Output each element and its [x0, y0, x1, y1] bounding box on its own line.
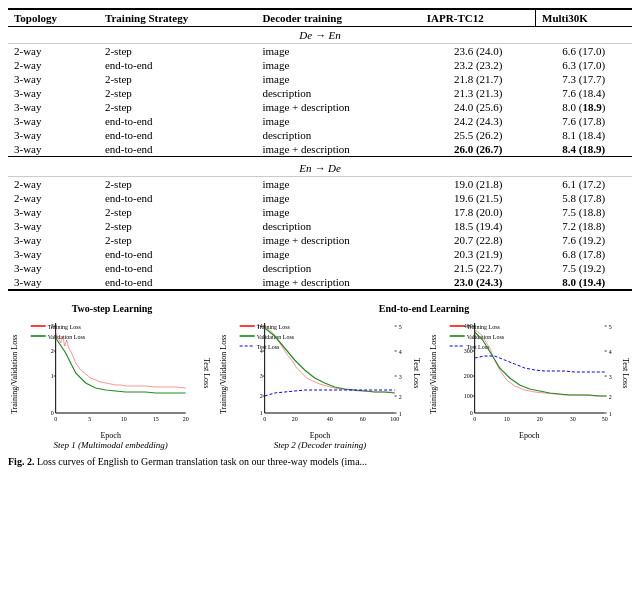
chart2-svg-area: Training Loss Validation Loss Test Loss …: [230, 318, 409, 430]
svg-text:1: 1: [608, 411, 611, 417]
svg-text:200: 200: [463, 373, 472, 379]
chart3-svg-area: Training Loss Validation Loss Test Loss …: [440, 318, 619, 430]
chart1-y-label: Training/Validation Loss: [8, 318, 21, 430]
table-row: 2-way end-to-end image 23.2 (23.2) 6.3 (…: [8, 58, 632, 72]
table-row: 3-way end-to-end image + description 26.…: [8, 142, 632, 157]
table-row: 2-way 2-step image 19.0 (21.8) 6.1 (17.2…: [8, 176, 632, 191]
svg-text:100: 100: [463, 393, 472, 399]
chart1-svg-area: Training Loss Validation Loss 3 2 1: [21, 318, 200, 430]
svg-text:4: 4: [608, 349, 611, 355]
chart3-y-label: Training/Validation Loss: [427, 318, 440, 430]
fig-label: Fig. 2.: [8, 456, 34, 467]
svg-text:2: 2: [51, 348, 54, 354]
svg-text:0: 0: [54, 416, 57, 422]
results-table: Topology Training Strategy Decoder train…: [8, 8, 632, 291]
chart2: Training/Validation Loss Training Loss V…: [217, 318, 422, 450]
table-row table-bottom-border: 3-way end-to-end image + description 23.…: [8, 275, 632, 290]
table-row: 3-way 2-step image + description 20.7 (2…: [8, 233, 632, 247]
svg-text:20: 20: [536, 416, 542, 422]
svg-text:3: 3: [51, 323, 54, 329]
svg-text:Validation Loss: Validation Loss: [466, 334, 504, 340]
svg-text:14: 14: [257, 323, 263, 329]
svg-text:50: 50: [601, 416, 607, 422]
two-step-title: Two-step Learning: [72, 303, 153, 314]
svg-text:5: 5: [88, 416, 91, 422]
chart2-sub-label: Step 2 (Decoder training): [274, 440, 367, 450]
svg-text:2: 2: [608, 394, 611, 400]
svg-text:1: 1: [51, 373, 54, 379]
section1-header: De → En: [8, 27, 632, 44]
end-to-end-title: End-to-end Learning: [379, 303, 469, 314]
chart1: Training/Validation Loss Training Loss V…: [8, 318, 213, 450]
chart3-svg: Training Loss Validation Loss Test Loss …: [440, 318, 619, 428]
svg-text:100: 100: [390, 416, 399, 422]
chart1-sub-label: Step 1 (Multimodal embedding): [54, 440, 168, 450]
svg-text:40: 40: [327, 416, 333, 422]
table-row: 3-way end-to-end image 24.2 (24.3) 7.6 (…: [8, 114, 632, 128]
table-row: 3-way 2-step description 18.5 (19.4) 7.2…: [8, 219, 632, 233]
chart2-y-label: Training/Validation Loss: [217, 318, 230, 430]
svg-text:3: 3: [608, 374, 611, 380]
svg-text:2: 2: [399, 394, 402, 400]
svg-text:0: 0: [473, 416, 476, 422]
svg-text:20: 20: [292, 416, 298, 422]
svg-text:60: 60: [360, 416, 366, 422]
svg-text:20: 20: [183, 416, 189, 422]
svg-text:0: 0: [263, 416, 266, 422]
col-multi30k: Multi30K: [536, 9, 633, 27]
svg-text:10: 10: [121, 416, 127, 422]
svg-text:5: 5: [608, 324, 611, 330]
svg-text:5: 5: [399, 324, 402, 330]
svg-text:10: 10: [503, 416, 509, 422]
svg-text:300: 300: [463, 348, 472, 354]
chart1-svg: Training Loss Validation Loss 3 2 1: [21, 318, 200, 428]
svg-text:4: 4: [260, 348, 263, 354]
col-training-strategy: Training Strategy: [99, 9, 256, 27]
table-row: 3-way 2-step image 17.8 (20.0) 7.5 (18.8…: [8, 205, 632, 219]
chart3-y-label-right: Test Loss: [619, 318, 632, 430]
svg-text:2: 2: [260, 393, 263, 399]
charts-row: Training/Validation Loss Training Loss V…: [8, 318, 632, 450]
table-row: 2-way 2-step image 23.6 (24.0) 6.6 (17.0…: [8, 44, 632, 59]
chart2-y-label-right: Test Loss: [410, 318, 423, 430]
chart1-y-label-right: Test Loss: [200, 318, 213, 430]
table-row: 2-way end-to-end image 19.6 (21.5) 5.8 (…: [8, 191, 632, 205]
table-row: 3-way end-to-end image 20.3 (21.9) 6.8 (…: [8, 247, 632, 261]
chart3: Training/Validation Loss Training Loss V…: [427, 318, 632, 450]
section2-header: En → De: [8, 160, 632, 177]
col-decoder-training: Decoder training: [256, 9, 420, 27]
svg-text:4: 4: [399, 349, 402, 355]
chart2-x-label: Epoch: [310, 431, 330, 440]
chart2-svg: Training Loss Validation Loss Test Loss …: [230, 318, 409, 428]
chart3-x-label: Epoch: [519, 431, 539, 440]
table-row: 3-way 2-step image 21.8 (21.7) 7.3 (17.7…: [8, 72, 632, 86]
svg-text:400: 400: [463, 323, 472, 329]
svg-text:15: 15: [153, 416, 159, 422]
caption-text: Loss curves of English to German transla…: [37, 456, 367, 467]
col-topology: Topology: [8, 9, 99, 27]
svg-text:30: 30: [569, 416, 575, 422]
table-row: 3-way 2-step image + description 24.0 (2…: [8, 100, 632, 114]
col-iapr: IAPR-TC12: [421, 9, 536, 27]
table-row: 3-way end-to-end description 21.5 (22.7)…: [8, 261, 632, 275]
svg-text:3: 3: [260, 373, 263, 379]
figure-caption: Fig. 2. Loss curves of English to German…: [8, 456, 632, 467]
table-row: 3-way 2-step description 21.3 (21.3) 7.6…: [8, 86, 632, 100]
svg-text:3: 3: [399, 374, 402, 380]
table-row: 3-way end-to-end description 25.5 (26.2)…: [8, 128, 632, 142]
chart1-x-label: Epoch: [100, 431, 120, 440]
